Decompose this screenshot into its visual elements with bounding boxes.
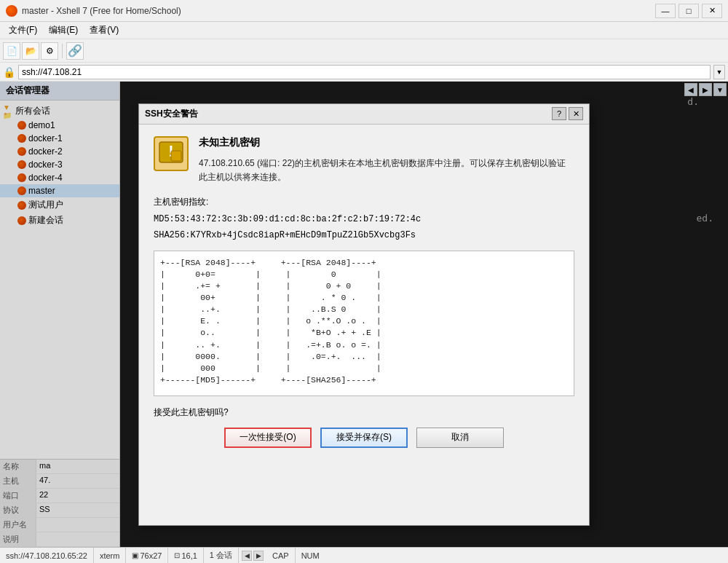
accept-save-button[interactable]: 接受并保存(S) [320, 428, 408, 448]
maximize-button[interactable]: □ [678, 4, 699, 18]
modal-body: ! 未知主机密钥 47.108.210.65 (端口: 22)的主机密钥未在本地… [139, 125, 589, 460]
toolbar-separator-1 [62, 44, 63, 58]
status-sessions-text: 1 会话 [210, 550, 232, 561]
modal-overlay: SSH安全警告 ? ✕ ! [0, 82, 728, 547]
menu-view[interactable]: 查看(V) [84, 23, 124, 38]
key-art-box: +---[RSA 2048]----+ +---[RSA 2048]----+ … [154, 251, 574, 396]
warning-icon: ! [154, 136, 189, 171]
status-terminal-type-text: xterm [100, 551, 120, 560]
status-position-text: 16,1 [181, 551, 197, 560]
close-button[interactable]: ✕ [702, 4, 722, 18]
cancel-button[interactable]: 取消 [416, 428, 504, 448]
modal-header-title: 未知主机密钥 [199, 136, 574, 149]
accept-once-button[interactable]: 一次性接受(O) [224, 428, 312, 448]
status-terminal-type: xterm [94, 548, 127, 563]
status-sessions: 1 会话 [204, 548, 239, 563]
status-caps-text: CAP [272, 551, 289, 560]
status-nav-left[interactable]: ◀ [242, 551, 252, 561]
modal-title-controls: ? ✕ [552, 107, 583, 120]
address-input[interactable] [18, 65, 711, 79]
status-dimensions: ▣ 76x27 [126, 548, 168, 563]
open-button[interactable]: 📂 [22, 42, 39, 60]
modal-header-content: 未知主机密钥 47.108.210.65 (端口: 22)的主机密钥未在本地主机… [199, 136, 574, 184]
window-controls: — □ ✕ [655, 4, 722, 18]
modal-header-desc: 47.108.210.65 (端口: 22)的主机密钥未在本地主机密钥数据库中注… [199, 157, 574, 184]
svg-rect-2 [171, 151, 181, 161]
address-bar: 🔒 ▼ [0, 63, 728, 82]
title-bar: master - Xshell 7 (Free for Home/School)… [0, 0, 728, 22]
address-dropdown[interactable]: ▼ [713, 65, 725, 79]
menu-edit[interactable]: 编辑(E) [43, 23, 84, 38]
md5-fingerprint: MD5:53:43:72:3c:3b:09:d1:cd:8c:ba:2f:c2:… [154, 213, 574, 226]
status-connection-text: ssh://47.108.210.65:22 [6, 551, 87, 560]
new-button[interactable]: 📄 [3, 42, 20, 60]
status-dimensions-text: 76x27 [140, 551, 162, 560]
warning-icon-container: ! [154, 136, 189, 171]
modal-title: SSH安全警告 [145, 108, 552, 120]
ssh-warning-dialog: SSH安全警告 ? ✕ ! [138, 103, 590, 526]
window-title: master - Xshell 7 (Free for Home/School) [22, 6, 655, 16]
app-icon [6, 5, 17, 17]
status-num-text: NUM [301, 551, 320, 560]
accept-question: 接受此主机密钥吗? [154, 406, 574, 419]
modal-buttons: 一次性接受(O) 接受并保存(S) 取消 [154, 428, 574, 448]
menu-file[interactable]: 文件(F) [3, 23, 43, 38]
lock-icon: 🔒 [3, 66, 15, 78]
status-caps: CAP [266, 548, 296, 563]
sha256-fingerprint: SHA256:K7YRxb+4jCsdc8iapR+mEHcD9mTpuZ2lG… [154, 229, 574, 242]
toolbar: 📄 📂 ⚙ 🔗 [0, 39, 728, 63]
status-nav-right[interactable]: ▶ [253, 551, 264, 561]
menu-bar: 文件(F) 编辑(E) 查看(V) [0, 22, 728, 39]
status-nav-arrows: ◀ ▶ [239, 551, 266, 561]
warning-svg: ! [158, 141, 184, 167]
modal-close-button[interactable]: ✕ [569, 107, 583, 120]
fingerprint-label: 主机密钥指纹: [154, 196, 574, 208]
main-layout: 会话管理器 ▼ 📁 所有会话 demo1 docker-1 docker-2 d… [0, 82, 728, 547]
dimensions-icon: ▣ [132, 551, 138, 559]
modal-help-button[interactable]: ? [552, 107, 566, 120]
status-bar: ssh://47.108.210.65:22 xterm ▣ 76x27 ⊡ 1… [0, 547, 728, 563]
modal-header-section: ! 未知主机密钥 47.108.210.65 (端口: 22)的主机密钥未在本地… [154, 136, 574, 184]
status-num: NUM [296, 548, 325, 563]
modal-title-bar: SSH安全警告 ? ✕ [139, 104, 589, 125]
minimize-button[interactable]: — [655, 4, 676, 18]
properties-button[interactable]: ⚙ [41, 42, 58, 60]
position-icon: ⊡ [174, 551, 180, 559]
connect-button[interactable]: 🔗 [66, 42, 84, 60]
fingerprint-section: 主机密钥指纹: MD5:53:43:72:3c:3b:09:d1:cd:8c:b… [154, 196, 574, 242]
status-connection: ssh://47.108.210.65:22 [0, 548, 94, 563]
status-position: ⊡ 16,1 [168, 548, 203, 563]
